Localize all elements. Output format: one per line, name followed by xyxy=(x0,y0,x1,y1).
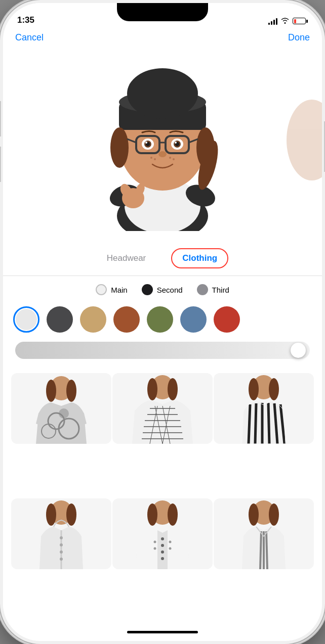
notch xyxy=(117,3,208,21)
swatch-olive[interactable] xyxy=(147,306,173,333)
svg-point-21 xyxy=(145,142,147,144)
clothing-item-3[interactable] xyxy=(214,373,314,444)
svg-point-73 xyxy=(161,537,164,540)
done-button[interactable]: Done xyxy=(288,32,310,43)
svg-point-29 xyxy=(169,157,171,159)
svg-line-86 xyxy=(266,531,267,569)
svg-point-63 xyxy=(269,378,279,400)
svg-point-67 xyxy=(60,543,63,546)
swatch-blue[interactable] xyxy=(180,306,207,333)
swatch-white[interactable] xyxy=(13,306,39,333)
home-bar xyxy=(127,631,198,633)
clothing-item-5[interactable] xyxy=(112,498,213,569)
home-indicator xyxy=(3,623,322,641)
svg-line-56 xyxy=(249,404,250,444)
svg-point-40 xyxy=(46,380,56,402)
svg-point-34 xyxy=(287,100,322,180)
svg-point-78 xyxy=(154,547,156,550)
svg-line-84 xyxy=(260,531,261,569)
toggle-main[interactable]: Main xyxy=(96,284,128,295)
toggle-second[interactable]: Second xyxy=(142,284,183,295)
svg-point-62 xyxy=(249,378,259,400)
toggle-third-label: Third xyxy=(212,286,229,294)
svg-point-75 xyxy=(161,550,164,554)
svg-line-59 xyxy=(268,403,269,444)
svg-point-82 xyxy=(168,503,178,526)
third-circle-icon xyxy=(197,284,208,295)
category-tabs: Headwear Clothing xyxy=(3,241,322,276)
svg-point-88 xyxy=(269,503,279,526)
svg-point-25 xyxy=(175,142,177,144)
main-circle-icon xyxy=(96,284,107,295)
clothing-item-2[interactable] xyxy=(112,373,213,444)
clothing-grid xyxy=(3,369,322,623)
svg-point-27 xyxy=(150,157,152,159)
svg-point-69 xyxy=(60,558,63,561)
wifi-icon xyxy=(280,17,290,25)
nav-bar: Cancel Done xyxy=(3,28,322,49)
swatch-darkgray[interactable] xyxy=(47,306,73,333)
phone-frame: 1:35 xyxy=(0,0,325,644)
battery-icon xyxy=(293,18,308,24)
svg-point-28 xyxy=(154,158,156,160)
signal-icon xyxy=(268,18,277,25)
svg-point-74 xyxy=(161,544,164,547)
adjacent-avatar xyxy=(287,79,322,180)
color-section: Main Second Third xyxy=(3,276,322,369)
svg-point-54 xyxy=(168,378,178,400)
svg-point-10 xyxy=(110,127,129,168)
volume-down-button[interactable] xyxy=(0,147,1,182)
svg-point-66 xyxy=(60,536,63,539)
svg-point-71 xyxy=(66,503,76,526)
phone-screen: 1:35 xyxy=(3,3,322,641)
toggle-main-label: Main xyxy=(111,286,128,294)
svg-point-87 xyxy=(249,503,259,526)
swatch-tan[interactable] xyxy=(80,306,106,333)
status-bar: 1:35 xyxy=(3,3,322,28)
status-time: 1:35 xyxy=(17,15,34,25)
svg-point-39 xyxy=(59,408,69,419)
screen-content: 1:35 xyxy=(3,3,322,641)
slider-track xyxy=(15,342,310,359)
volume-up-button[interactable] xyxy=(0,101,1,136)
svg-point-70 xyxy=(46,503,56,526)
swatch-brown[interactable] xyxy=(113,306,140,333)
shade-slider[interactable] xyxy=(13,342,312,359)
memoji-avatar xyxy=(87,59,238,231)
svg-line-57 xyxy=(255,403,256,444)
status-icons xyxy=(268,17,308,25)
svg-point-41 xyxy=(66,380,76,402)
svg-point-77 xyxy=(154,541,156,543)
svg-point-9 xyxy=(127,68,198,119)
clothing-item-4[interactable] xyxy=(11,498,111,569)
swatch-red[interactable] xyxy=(214,306,240,333)
svg-point-80 xyxy=(169,547,172,550)
svg-point-26 xyxy=(158,151,167,157)
color-swatches xyxy=(13,303,312,336)
cancel-button[interactable]: Cancel xyxy=(15,32,44,43)
svg-point-68 xyxy=(60,550,63,554)
toggle-second-label: Second xyxy=(157,286,183,294)
svg-point-81 xyxy=(147,503,157,526)
svg-point-30 xyxy=(173,158,175,160)
svg-point-76 xyxy=(161,557,164,560)
tab-clothing[interactable]: Clothing xyxy=(171,248,228,268)
tab-headwear[interactable]: Headwear xyxy=(97,249,156,267)
svg-point-53 xyxy=(147,378,157,400)
svg-point-79 xyxy=(169,541,172,543)
color-toggle: Main Second Third xyxy=(13,284,312,295)
slider-thumb[interactable] xyxy=(291,343,306,358)
toggle-third[interactable]: Third xyxy=(197,284,229,295)
clothing-item-1[interactable] xyxy=(11,373,111,444)
avatar-preview xyxy=(3,49,322,241)
second-circle-icon xyxy=(142,284,153,295)
clothing-item-6[interactable] xyxy=(214,498,314,569)
